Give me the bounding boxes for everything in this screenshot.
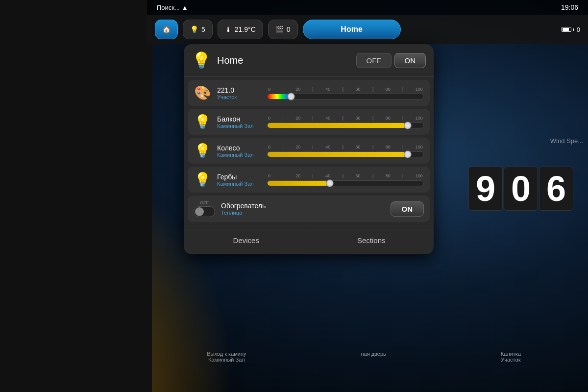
device-name-1: Балкон — [217, 115, 261, 123]
device-row-0: 🎨 221.0 Участок 0|20|40|60|80|100 — [188, 80, 430, 106]
panel-toggle-group: OFF ON — [356, 53, 426, 68]
slider-container-2[interactable]: 0|20|40|60|80|100 — [267, 145, 424, 157]
slider-container-3[interactable]: 0|20|40|60|80|100 — [267, 173, 424, 186]
slider-fill-2 — [268, 152, 408, 157]
device-name-3: Гербы — [217, 173, 261, 181]
switch-row: OFF Обогреватель Теплица ON — [188, 196, 430, 222]
lights-button[interactable]: 💡 5 — [183, 20, 213, 39]
device-row-2: 💡 Колесо Каминный Зал 0|20|40|60|80|100 — [188, 138, 430, 164]
bulb-icon: 💡 — [190, 25, 198, 33]
ipad-frame-left — [0, 0, 152, 392]
slider-track-2[interactable] — [267, 151, 424, 157]
tab-devices[interactable]: Devices — [184, 230, 309, 250]
slider-thumb-1[interactable] — [404, 122, 412, 129]
slider-fill-1 — [268, 123, 408, 128]
tab-sections[interactable]: Sections — [309, 230, 434, 250]
device-info-3: Гербы Каминный Зал — [217, 173, 261, 187]
temperature-value: 21.9°C — [235, 25, 256, 33]
panel-title: Home — [217, 55, 356, 66]
device-info-0: 221.0 Участок — [217, 86, 261, 100]
panel-icon: 💡 — [192, 51, 211, 70]
slider-track-3[interactable] — [267, 180, 424, 186]
thermometer-icon: 🌡 — [225, 25, 232, 33]
digit-0: 0 — [504, 167, 538, 211]
battery-fill — [563, 28, 569, 31]
house-icon: 🏠 — [162, 25, 171, 33]
slider-thumb-3[interactable] — [326, 179, 334, 187]
home-label-button[interactable]: Home — [303, 20, 401, 39]
wind-speed-label: Wind Spe... — [550, 137, 583, 145]
device-icon-3: 💡 — [194, 172, 211, 188]
device-info-2: Колесо Каминный Зал — [217, 144, 261, 158]
device-info-1: Балкон Каминный Зал — [217, 115, 261, 129]
scenes-button[interactable]: 🎬 0 — [268, 20, 298, 39]
slider-scale-1: 0|20|40|60|80|100 — [267, 116, 424, 121]
wifi-icon: ▲ — [182, 4, 188, 11]
switch-knob — [195, 207, 204, 216]
panel-header: 💡 Home OFF ON — [184, 44, 434, 77]
battery-box — [562, 27, 571, 32]
slider-container-1[interactable]: 0|20|40|60|80|100 — [267, 116, 424, 128]
status-bar: Поиск... ▲ 19:06 — [147, 0, 588, 15]
device-row-3: 💡 Гербы Каминный Зал 0|20|40|60|80|100 — [188, 167, 430, 193]
small-switch[interactable]: OFF — [194, 200, 215, 217]
flip-clock: 9 0 6 — [468, 167, 573, 211]
switch-device-sub: Теплица — [221, 210, 266, 216]
device-sub-2: Каминный Зал — [217, 152, 261, 158]
digit-9: 9 — [468, 167, 503, 211]
device-sub-1: Каминный Зал — [217, 123, 261, 129]
time-label: 19:06 — [561, 3, 578, 11]
slider-thumb-0[interactable] — [287, 93, 295, 100]
device-name-2: Колесо — [217, 144, 261, 152]
digit-6: 6 — [539, 167, 573, 211]
switch-device-name: Обогреватель — [221, 202, 266, 210]
bottom-tabs: Devices Sections — [184, 230, 434, 250]
on-toggle[interactable]: ON — [394, 53, 426, 68]
switch-body[interactable] — [194, 206, 215, 217]
slider-scale-0: 0|20|40|60|80|100 — [267, 87, 424, 92]
slider-container-0[interactable]: 0|20|40|60|80|100 — [267, 87, 424, 99]
bg-label-3: ная дверь — [361, 351, 386, 363]
scenes-icon: 🎬 — [275, 25, 284, 33]
off-toggle[interactable]: OFF — [356, 53, 392, 68]
home-label: Home — [341, 25, 362, 34]
device-row-1: 💡 Балкон Каминный Зал 0|20|40|60|80|100 — [188, 109, 430, 135]
device-icon-0: 🎨 — [194, 85, 211, 101]
switch-device-info: Обогреватель Теплица — [221, 202, 266, 216]
status-left: Поиск... ▲ — [157, 4, 188, 11]
battery-tip — [573, 28, 574, 31]
temperature-button[interactable]: 🌡 21.9°C — [218, 20, 263, 39]
bg-label-4: КалиткаУчасток — [501, 351, 521, 363]
slider-thumb-2[interactable] — [404, 150, 412, 158]
slider-track-1[interactable] — [267, 122, 424, 128]
battery-indicator: 0 — [562, 26, 580, 33]
slider-scale-3: 0|20|40|60|80|100 — [267, 173, 424, 178]
toolbar: 🏠 💡 5 🌡 21.9°C 🎬 0 Home 0 — [147, 15, 588, 44]
slider-scale-2: 0|20|40|60|80|100 — [267, 145, 424, 149]
carrier-label: Поиск... — [157, 4, 180, 11]
home-icon-button[interactable]: 🏠 — [155, 20, 178, 39]
device-icon-1: 💡 — [194, 114, 211, 130]
battery-count: 0 — [577, 26, 580, 33]
scenes-count: 0 — [287, 25, 291, 33]
slider-track-0[interactable] — [267, 94, 424, 99]
device-name-0: 221.0 — [217, 86, 261, 94]
device-list: 🎨 221.0 Участок 0|20|40|60|80|100 💡 Балк… — [184, 77, 434, 228]
lights-count: 5 — [201, 25, 205, 33]
slider-fill-3 — [268, 181, 330, 186]
device-sub-3: Каминный Зал — [217, 181, 261, 187]
switch-on-button[interactable]: ON — [391, 201, 424, 217]
main-panel: 💡 Home OFF ON 🎨 221.0 Участок 0|20|40|60… — [184, 44, 434, 254]
switch-off-label: OFF — [200, 200, 209, 205]
device-sub-0: Участок — [217, 94, 261, 100]
device-icon-2: 💡 — [194, 143, 211, 159]
